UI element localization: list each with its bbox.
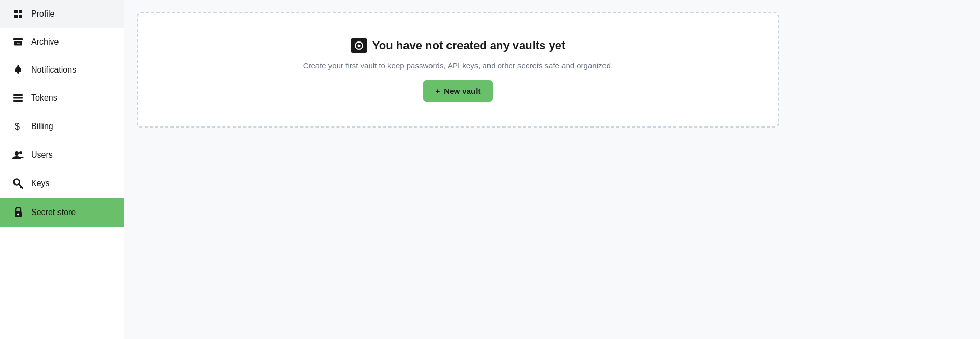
sidebar-label-archive: Archive	[31, 37, 59, 47]
vault-empty-title: You have not created any vaults yet	[351, 38, 566, 53]
users-icon	[12, 151, 24, 159]
secret-store-icon	[12, 207, 24, 218]
svg-rect-0	[14, 10, 18, 13]
svg-rect-3	[19, 15, 22, 18]
svg-rect-4	[13, 38, 23, 40]
vault-icon	[351, 38, 367, 53]
sidebar-item-users[interactable]: Users	[0, 141, 124, 169]
billing-icon: $	[12, 121, 24, 132]
sidebar-item-archive[interactable]: Archive	[0, 28, 124, 56]
sidebar-item-secret-store[interactable]: Secret store	[0, 198, 124, 227]
sidebar-label-users: Users	[31, 150, 53, 160]
svg-rect-9	[13, 97, 23, 99]
svg-point-13	[19, 151, 22, 154]
sidebar-label-secret-store: Secret store	[31, 208, 76, 217]
svg-point-19	[17, 214, 19, 216]
vault-empty-heading: You have not created any vaults yet	[372, 39, 566, 52]
sidebar-item-notifications[interactable]: Notifications	[0, 56, 124, 84]
svg-rect-10	[13, 100, 23, 102]
sidebar-item-billing[interactable]: $ Billing	[0, 112, 124, 141]
svg-rect-8	[13, 94, 23, 96]
svg-rect-1	[19, 10, 22, 13]
main-content: You have not created any vaults yet Crea…	[124, 0, 980, 339]
sidebar: Profile Archive Notifications	[0, 0, 124, 339]
svg-point-12	[15, 151, 19, 156]
vault-empty-state: You have not created any vaults yet Crea…	[137, 12, 779, 128]
sidebar-label-profile: Profile	[31, 9, 54, 19]
new-vault-button[interactable]: + New vault	[423, 80, 493, 102]
new-vault-label: New vault	[444, 87, 480, 95]
sidebar-item-profile[interactable]: Profile	[0, 0, 124, 28]
tokens-icon	[12, 94, 24, 102]
svg-rect-6	[17, 43, 20, 44]
notifications-icon	[12, 65, 24, 75]
svg-text:$: $	[15, 121, 20, 132]
sidebar-label-notifications: Notifications	[31, 65, 76, 75]
vault-empty-subtitle: Create your first vault to keep password…	[303, 61, 613, 70]
profile-icon	[12, 9, 24, 19]
sidebar-item-tokens[interactable]: Tokens	[0, 84, 124, 112]
archive-icon	[12, 38, 24, 46]
svg-rect-2	[14, 15, 18, 18]
plus-icon: +	[436, 87, 440, 95]
sidebar-label-keys: Keys	[31, 179, 50, 188]
sidebar-label-tokens: Tokens	[31, 93, 57, 103]
sidebar-item-keys[interactable]: Keys	[0, 169, 124, 198]
svg-point-21	[357, 45, 360, 47]
sidebar-label-billing: Billing	[31, 122, 53, 131]
keys-icon	[12, 178, 24, 189]
